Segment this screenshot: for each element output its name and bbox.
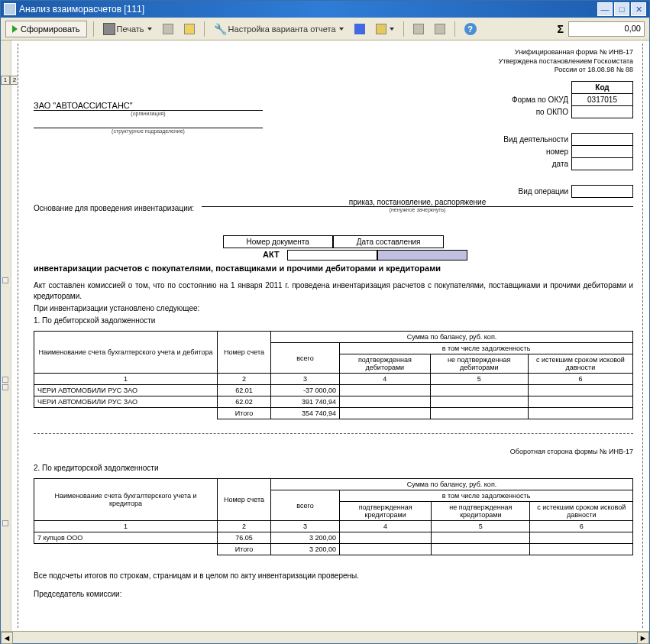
org-hint: (организация) xyxy=(34,111,263,116)
col-num: 5 xyxy=(432,521,530,532)
th-name: Наименование счета бухгалтерского учета … xyxy=(34,479,218,521)
th-sum: Сумма по балансу, руб. коп. xyxy=(271,479,633,490)
date-value xyxy=(572,158,633,170)
th-including: в том числе задолженность xyxy=(340,343,633,354)
group-marker[interactable] xyxy=(2,384,8,390)
text-icon xyxy=(184,24,195,34)
titlebar: Анализ взаиморасчетов [111] — □ ✕ xyxy=(1,1,649,18)
th-expired: с истекшим сроком исковой давности xyxy=(528,354,632,374)
separator xyxy=(454,21,455,37)
tool-btn-1[interactable] xyxy=(160,21,176,37)
th-expired: с истекшим сроком исковой давности xyxy=(530,502,633,521)
print-button[interactable]: Печать xyxy=(100,21,155,37)
cell-name: 7 купцов ООО xyxy=(34,532,218,544)
save-config-button[interactable] xyxy=(351,21,368,37)
col-num: 6 xyxy=(530,521,633,532)
config-button[interactable]: 🔧 Настройка варианта отчета xyxy=(211,21,347,37)
footer-text-2: Председатель комиссии: xyxy=(34,589,633,600)
form-button[interactable]: Сформировать xyxy=(5,21,87,37)
back-note: Оборотная сторона формы № ИНВ-17 xyxy=(34,448,633,455)
grid-icon xyxy=(163,24,173,34)
document-content: Унифицированная форма № ИНВ-17 Утвержден… xyxy=(18,44,643,628)
outline-tab-1[interactable]: 1 xyxy=(1,76,10,85)
debtor-table: Наименование счета бухгалтерского учета … xyxy=(34,331,633,419)
form-header: Унифицированная форма № ИНВ-17 Утвержден… xyxy=(34,48,633,75)
itogo-value: 3 200,00 xyxy=(271,544,340,555)
header-line1: Унифицированная форма № ИНВ-17 xyxy=(34,48,633,57)
number-value xyxy=(572,146,633,158)
separator xyxy=(93,21,94,37)
itogo-label: Итого xyxy=(218,544,271,555)
th-account: Номер счета xyxy=(218,479,271,521)
header-line3: России от 18.08.98 № 88 xyxy=(34,66,633,75)
question-icon: ? xyxy=(464,23,477,35)
group-marker[interactable] xyxy=(2,277,8,283)
activity-label: Вид деятельности xyxy=(499,134,571,146)
scroll-right-button[interactable]: ► xyxy=(637,632,649,644)
th-account: Номер счета xyxy=(218,332,271,374)
okud-label: Форма по ОКУД xyxy=(499,94,571,106)
chevron-down-icon xyxy=(339,28,344,31)
itogo-value: 354 740,94 xyxy=(271,408,340,419)
col-num: 3 xyxy=(271,374,340,385)
tool-btn-3[interactable] xyxy=(410,21,427,37)
th-including: в том числе задолженность xyxy=(340,490,633,502)
col-num: 2 xyxy=(218,521,271,532)
col-num: 2 xyxy=(218,374,271,385)
list-icon xyxy=(413,24,424,34)
separator xyxy=(204,21,205,37)
tool-btn-2[interactable] xyxy=(181,21,198,37)
cell-total: 3 200,00 xyxy=(271,532,340,544)
window-frame: Анализ взаиморасчетов [111] — □ ✕ Сформи… xyxy=(0,0,650,644)
calc-icon xyxy=(435,24,445,34)
cell-acct: 62.01 xyxy=(218,385,271,396)
kod-header: Код xyxy=(572,82,633,94)
doc-date-value xyxy=(377,250,467,261)
table-row: 7 купцов ООО 76.05 3 200,00 xyxy=(34,532,633,544)
col-num: 4 xyxy=(340,374,431,385)
group-marker[interactable] xyxy=(2,520,8,526)
print-label: Печать xyxy=(117,24,144,34)
col-num: 3 xyxy=(271,521,340,532)
close-button[interactable]: ✕ xyxy=(631,2,646,16)
window-title: Анализ взаиморасчетов [111] xyxy=(19,4,597,15)
minimize-button[interactable]: — xyxy=(597,2,613,16)
sum-field[interactable]: 0,00 xyxy=(568,21,645,37)
creditor-table: Наименование счета бухгалтерского учета … xyxy=(34,478,633,555)
operation-label: Вид операции xyxy=(499,186,571,198)
header-line2: Утверждена постановлением Госкомстата xyxy=(34,57,633,66)
th-total: всего xyxy=(271,343,340,374)
sigma-icon: Σ xyxy=(558,23,564,35)
help-button[interactable]: ? xyxy=(461,21,480,37)
horizontal-scrollbar[interactable]: ◄ ► xyxy=(1,631,649,643)
col-num: 1 xyxy=(34,521,218,532)
scroll-left-button[interactable]: ◄ xyxy=(1,632,13,644)
open-config-button[interactable] xyxy=(373,21,397,37)
cell-total: 391 740,94 xyxy=(271,396,340,408)
th-name: Наименование счета бухгалтерского учета … xyxy=(34,332,218,374)
chevron-down-icon xyxy=(147,28,152,31)
wrench-icon: 🔧 xyxy=(214,23,227,35)
document-area: 1 2 3 Унифицированная форма № ИНВ-17 Утв… xyxy=(1,40,649,631)
maximize-button[interactable]: □ xyxy=(614,2,629,16)
body-p2: При инвентаризации установлено следующее… xyxy=(34,303,633,314)
separator xyxy=(403,21,404,37)
structure-line xyxy=(34,119,263,128)
table-total-row: Итого 3 200,00 xyxy=(34,544,633,555)
tool-btn-4[interactable] xyxy=(432,21,448,37)
date-label: дата xyxy=(499,158,571,170)
doc-date-header: Дата составления xyxy=(333,235,445,248)
open-icon xyxy=(376,24,386,34)
body-p1: Акт составлен комиссией о том, что по со… xyxy=(34,280,633,302)
config-label: Настройка варианта отчета xyxy=(228,24,336,34)
operation-value xyxy=(572,186,633,198)
section-1: 1. По дебиторской задолженности xyxy=(34,316,633,326)
group-marker[interactable] xyxy=(2,377,8,383)
play-icon xyxy=(12,25,18,33)
th-sum: Сумма по балансу, руб. коп. xyxy=(271,332,633,343)
left-ruler: 1 2 3 xyxy=(1,40,11,631)
form-button-label: Сформировать xyxy=(21,24,80,34)
cell-acct: 62.02 xyxy=(218,396,271,408)
cell-acct: 76.05 xyxy=(218,532,271,544)
cell-name: ЧЕРИ АВТОМОБИЛИ РУС ЗАО xyxy=(34,396,218,408)
